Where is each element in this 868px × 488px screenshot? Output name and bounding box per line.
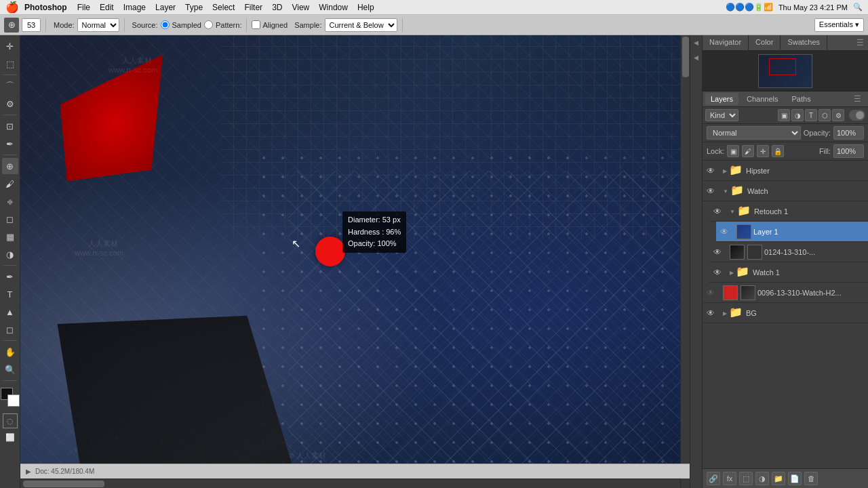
vertical-scrollbar[interactable] (680, 35, 690, 488)
lock-position-icon[interactable]: ✛ (757, 145, 769, 157)
eye-bg[interactable]: 👁 (705, 308, 716, 319)
collapse-nav[interactable]: ◀ (692, 38, 701, 47)
tab-swatches[interactable]: Swatches (781, 35, 827, 50)
layer-item-bg[interactable]: 👁 📁 BG (703, 303, 868, 323)
tab-navigator[interactable]: Navigator (703, 35, 749, 50)
opacity-value[interactable]: 100% (833, 126, 864, 140)
menu-type[interactable]: Type (185, 3, 203, 12)
tab-channels[interactable]: Channels (741, 93, 783, 105)
fill-value[interactable]: 100% (833, 144, 864, 158)
lock-transparent-icon[interactable]: ▣ (727, 145, 739, 157)
mode-select[interactable]: Normal (77, 18, 119, 32)
menu-view[interactable]: View (292, 3, 309, 12)
menu-window[interactable]: Window (319, 3, 348, 12)
lasso-tool[interactable]: ⌒ (2, 78, 18, 94)
move-tool[interactable]: ✛ (2, 38, 18, 54)
expand-watch1[interactable] (730, 269, 734, 276)
menu-select[interactable]: Select (212, 3, 235, 12)
delete-layer-button[interactable]: 🗑 (804, 472, 818, 485)
new-layer-button[interactable]: 📄 (788, 472, 802, 485)
clone-tool[interactable]: ⎆ (2, 193, 18, 209)
essentials-select[interactable]: Essentials ▾ (814, 18, 864, 32)
gradient-tool[interactable]: ▦ (2, 228, 18, 245)
heal-tool-icon[interactable]: ⊕ (4, 18, 19, 33)
path-select-tool[interactable]: ▲ (2, 304, 18, 320)
menu-edit[interactable]: Edit (100, 3, 114, 12)
collapse-layers[interactable]: ◀ (692, 53, 701, 62)
crop-tool[interactable]: ⊡ (2, 118, 18, 134)
lock-row: Lock: ▣ 🖌 ✛ 🔒 Fill: 100% (703, 142, 868, 161)
quick-select-tool[interactable]: ⚙ (2, 96, 18, 112)
zoom-tool[interactable]: 🔍 (2, 361, 18, 378)
background-color[interactable] (7, 394, 20, 407)
search-icon[interactable]: 🔍 (853, 3, 863, 12)
marquee-tool[interactable]: ⬚ (2, 56, 18, 72)
panel-collapse-bar: ◀ ◀ (690, 35, 702, 488)
layer-item-watch-group[interactable]: 👁 📁 Watch (703, 181, 868, 201)
blend-mode-select[interactable]: Normal (707, 126, 801, 140)
eraser-tool[interactable]: ◻ (2, 211, 18, 227)
eye-watch1[interactable]: 👁 (712, 267, 723, 278)
filter-adjust-icon[interactable]: ◑ (791, 109, 804, 121)
layer-item-hipster[interactable]: 👁 📁 Hipster (703, 161, 868, 181)
layer-item-watch1[interactable]: 👁 📁 Watch 1 (709, 262, 868, 283)
layers-panel-menu[interactable]: ☰ (850, 93, 865, 105)
tab-color[interactable]: Color (749, 35, 781, 50)
eye-0124[interactable]: 👁 (712, 247, 723, 258)
layer-item-0096[interactable]: 👁 0096-13-310-Watch-H2... (703, 283, 868, 303)
eye-layer1[interactable]: 👁 (719, 226, 730, 237)
eye-retouch1[interactable]: 👁 (712, 206, 723, 217)
lock-all-icon[interactable]: 🔒 (772, 145, 784, 157)
aligned-checkbox[interactable] (252, 20, 260, 29)
brush-tool[interactable]: 🖌 (2, 176, 18, 192)
filter-type-icon[interactable]: T (805, 109, 817, 121)
sampled-radio[interactable] (161, 20, 170, 29)
apple-menu[interactable]: 🍎 (5, 1, 19, 14)
eye-0096[interactable]: 👁 (705, 287, 716, 298)
shape-tool[interactable]: ◻ (2, 321, 18, 338)
menu-help[interactable]: Help (357, 3, 374, 12)
link-layers-button[interactable]: 🔗 (707, 472, 720, 485)
color-swatch[interactable] (1, 388, 20, 407)
layer-item-retouch1[interactable]: 👁 📁 Retouch 1 (709, 201, 868, 222)
lock-image-icon[interactable]: 🖌 (742, 145, 754, 157)
adjustment-layer-button[interactable]: ◑ (755, 472, 769, 485)
new-group-button[interactable]: 📁 (772, 472, 785, 485)
filter-smart-icon[interactable]: ⚙ (832, 109, 844, 121)
sample-select[interactable]: Current & Below (325, 18, 397, 32)
menu-3d[interactable]: 3D (272, 3, 282, 12)
tab-layers[interactable]: Layers (705, 93, 738, 105)
text-tool[interactable]: T (2, 286, 18, 302)
menu-image[interactable]: Image (123, 3, 146, 12)
menu-layer[interactable]: Layer (155, 3, 176, 12)
quick-mask-button[interactable]: ◌ (3, 413, 18, 428)
eyedropper-tool[interactable]: ✒ (2, 136, 18, 152)
menu-filter[interactable]: Filter (244, 3, 262, 12)
expand-watch-group[interactable] (723, 188, 728, 195)
pattern-radio[interactable] (204, 20, 213, 29)
filter-toggle[interactable] (849, 110, 865, 121)
filter-shape-icon[interactable]: ⬡ (818, 109, 831, 121)
horizontal-scrollbar[interactable] (20, 479, 680, 488)
eye-watch-group[interactable]: 👁 (705, 186, 716, 197)
menu-file[interactable]: File (77, 3, 90, 12)
expand-retouch1[interactable] (730, 208, 735, 215)
eye-hipster[interactable]: 👁 (705, 165, 716, 176)
filter-kind-select[interactable]: Kind (705, 109, 738, 121)
canvas-area[interactable]: 人人素材 www.rr-sc.com 人人素材 www.rr-sc.com 人人… (20, 35, 690, 488)
fx-button[interactable]: fx (723, 472, 736, 485)
panel-menu-icon[interactable]: ☰ (852, 35, 868, 50)
pen-tool[interactable]: ✒ (2, 268, 18, 285)
layer-item-0124[interactable]: 👁 0124-13-310-... (709, 242, 868, 262)
tab-paths[interactable]: Paths (787, 93, 816, 105)
fill-label: Fill: (819, 147, 831, 155)
filter-pixel-icon[interactable]: ▣ (778, 109, 790, 121)
expand-hipster[interactable] (723, 167, 727, 174)
add-mask-button[interactable]: ⬚ (739, 472, 753, 485)
expand-bg[interactable] (723, 310, 727, 317)
dodge-tool[interactable]: ◑ (2, 246, 18, 262)
hand-tool[interactable]: ✋ (2, 344, 18, 360)
screen-mode-button[interactable]: ⬜ (3, 430, 18, 445)
heal-brush-tool[interactable]: ⊕ (2, 158, 18, 174)
layer-item-layer1[interactable]: 👁 Layer 1 (716, 222, 868, 242)
